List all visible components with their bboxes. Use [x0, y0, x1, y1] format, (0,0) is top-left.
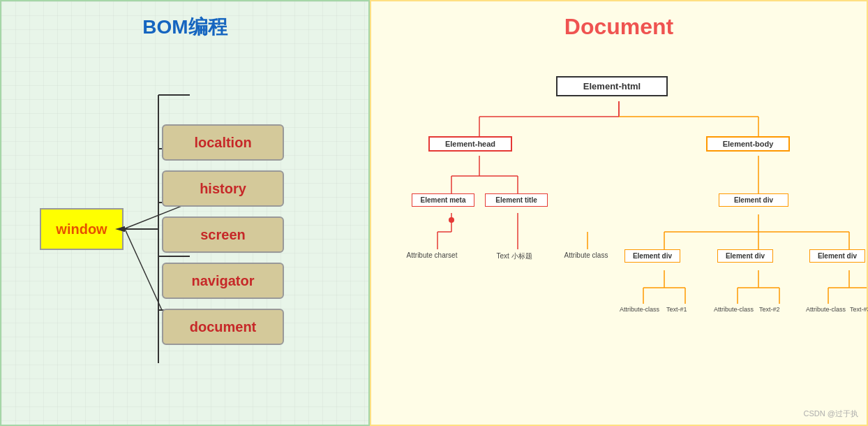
bom-items-container: localtion history screen navigator docum…	[162, 124, 284, 345]
svg-line-8	[124, 203, 158, 229]
node-text-3: Text-#3	[844, 304, 868, 315]
window-label: window	[56, 221, 107, 237]
left-panel: BOM编程	[0, 0, 370, 426]
svg-line-25	[125, 229, 162, 310]
bom-item-screen: screen	[162, 216, 284, 253]
node-attr-class: Attribute class	[555, 249, 618, 261]
node-attr-class-2: Attribute-class	[708, 304, 759, 315]
left-title: BOM编程	[1, 1, 368, 47]
node-element-html: Element-html	[556, 76, 668, 96]
node-element-meta: Element meta	[412, 193, 474, 207]
doc-tree-svg	[371, 47, 867, 421]
node-text-1: Text-#1	[661, 304, 693, 315]
node-element-head: Element-head	[428, 136, 512, 152]
svg-point-62	[449, 217, 454, 223]
node-text-2: Text-#2	[754, 304, 786, 315]
doc-diagram: Element-html Element-head Element-body E…	[371, 47, 867, 421]
window-box: window	[40, 208, 124, 250]
node-attr-class-1: Attribute-class	[614, 304, 665, 315]
node-element-div-1: Element div	[624, 249, 680, 263]
right-panel: Document	[370, 0, 868, 426]
node-element-body: Element-body	[706, 136, 790, 152]
node-element-div-body: Element div	[719, 193, 788, 207]
node-element-div-3: Element div	[809, 249, 865, 263]
node-element-div-2: Element div	[717, 249, 773, 263]
bom-item-localtion: localtion	[162, 124, 284, 161]
watermark: CSDN @过于执	[804, 409, 858, 419]
node-attr-charset: Attribute charset	[401, 249, 463, 261]
bom-item-history: history	[162, 170, 284, 207]
node-element-title: Element title	[485, 193, 548, 207]
bom-item-document: document	[162, 309, 284, 345]
node-text-title: Text 小标题	[486, 249, 542, 263]
bom-item-navigator: navigator	[162, 263, 284, 299]
bom-diagram: window localtion history screen navigato…	[1, 47, 368, 422]
right-title: Document	[371, 1, 867, 47]
